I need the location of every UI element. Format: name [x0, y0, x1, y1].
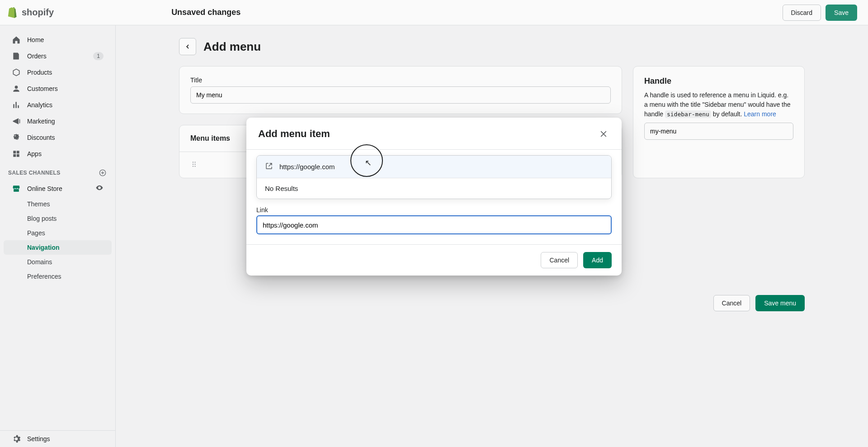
- modal-overlay[interactable]: Add menu item https://google.com No Resu…: [0, 0, 868, 447]
- add-menu-item-modal: Add menu item https://google.com No Resu…: [246, 118, 622, 276]
- suggestion-text: https://google.com: [279, 163, 335, 171]
- modal-add-button[interactable]: Add: [583, 252, 612, 268]
- external-link-icon: [265, 162, 273, 171]
- link-field-label: Link: [256, 206, 612, 214]
- no-results-item: No Results: [257, 178, 611, 199]
- suggestion-item[interactable]: https://google.com: [257, 156, 611, 178]
- modal-cancel-button[interactable]: Cancel: [541, 252, 578, 268]
- link-suggestions-dropdown: https://google.com No Results: [256, 155, 612, 199]
- link-input[interactable]: [256, 215, 612, 234]
- modal-body: https://google.com No Results Link ↖: [246, 150, 622, 244]
- modal-title: Add menu item: [258, 128, 330, 140]
- close-icon: [599, 129, 608, 138]
- modal-header: Add menu item: [246, 118, 622, 150]
- modal-footer: Cancel Add: [246, 244, 622, 276]
- modal-close-button[interactable]: [597, 128, 610, 140]
